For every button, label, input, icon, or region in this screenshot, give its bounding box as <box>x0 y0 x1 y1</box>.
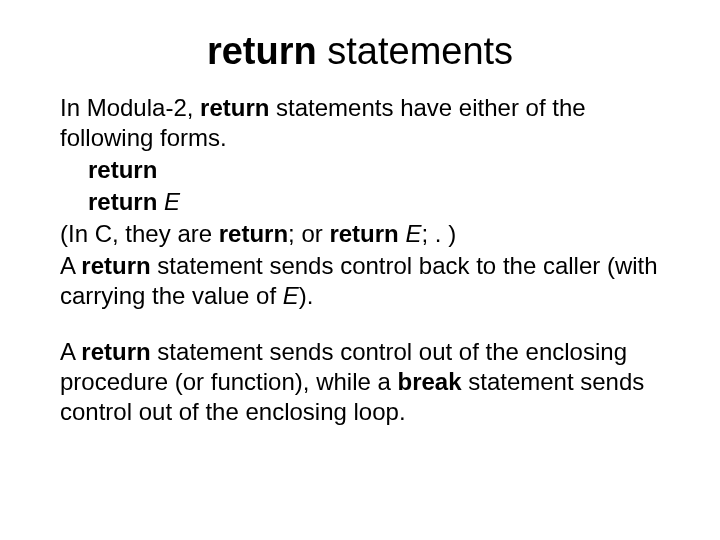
text: ). <box>299 282 314 309</box>
form-2: return E <box>60 187 660 217</box>
keyword-break: break <box>398 368 462 395</box>
slide-body: In Modula-2, return statements have eith… <box>60 93 660 427</box>
expr-e: E <box>164 188 180 215</box>
paragraph-4: A return statement sends control out of … <box>60 337 660 427</box>
paragraph-1: In Modula-2, return statements have eith… <box>60 93 660 153</box>
title-rest: statements <box>317 30 513 72</box>
keyword-return: return <box>81 338 150 365</box>
text: (In C, they are <box>60 220 219 247</box>
text: ; . ) <box>421 220 456 247</box>
text: ; or <box>288 220 329 247</box>
text: A <box>60 338 81 365</box>
title-bold: return <box>207 30 317 72</box>
keyword-return: return <box>329 220 405 247</box>
paragraph-3: A return statement sends control back to… <box>60 251 660 311</box>
expr-e: E <box>405 220 421 247</box>
slide-title: return statements <box>60 30 660 73</box>
keyword-return: return <box>88 188 164 215</box>
text: In Modula-2, <box>60 94 200 121</box>
keyword-return: return <box>88 156 157 183</box>
expr-e: E <box>283 282 299 309</box>
slide: return statements In Modula-2, return st… <box>0 0 720 540</box>
keyword-return: return <box>81 252 150 279</box>
spacer <box>60 313 660 337</box>
form-1: return <box>60 155 660 185</box>
text: A <box>60 252 81 279</box>
paragraph-2: (In C, they are return; or return E; . ) <box>60 219 660 249</box>
keyword-return: return <box>200 94 269 121</box>
keyword-return: return <box>219 220 288 247</box>
